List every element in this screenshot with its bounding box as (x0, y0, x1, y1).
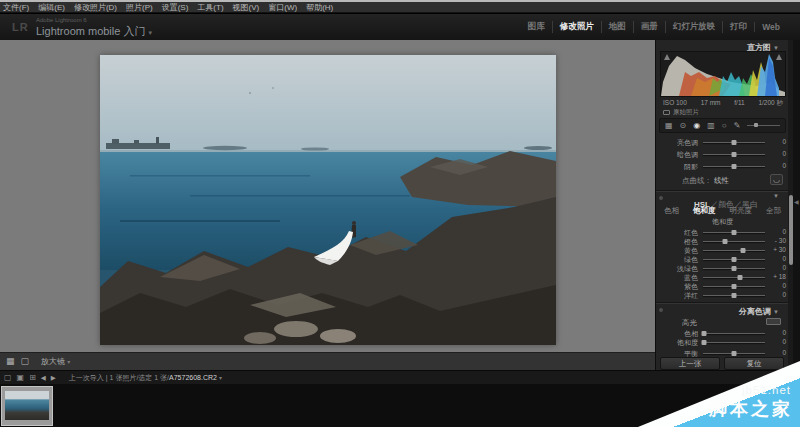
slider-knob[interactable] (702, 340, 707, 345)
slider-track[interactable] (703, 166, 765, 167)
slider-knob[interactable] (732, 164, 737, 169)
shadow-clipping-icon[interactable] (664, 54, 670, 60)
split-toning-title: 分离色调 (739, 307, 771, 316)
slider-track[interactable] (703, 259, 765, 260)
panel-switch-icon[interactable] (659, 308, 663, 312)
slider-track[interactable] (703, 232, 765, 233)
next-photo-arrow[interactable]: ▶ (51, 374, 56, 382)
slider-knob[interactable] (737, 275, 742, 280)
slider-track[interactable] (703, 286, 765, 287)
filmstrip-thumbnail-selected[interactable] (1, 386, 53, 426)
slider-knob[interactable] (741, 248, 746, 253)
right-panel-collapse-strip[interactable]: ◀ (793, 40, 800, 370)
slider-label: 饱和度 (656, 338, 698, 348)
panel-switch-icon[interactable] (659, 196, 663, 200)
menu-view[interactable]: 视图(V) (233, 2, 260, 13)
split-toning-header[interactable]: 分离色调 ▼ (739, 306, 779, 317)
hsl-panel-header[interactable]: HSL／颜色／黑白 ▼ (656, 193, 789, 203)
hsl-tabs: 色相 饱和度 明亮度 全部 (664, 206, 781, 216)
module-library[interactable]: 图库 (521, 21, 552, 33)
slider-track[interactable] (703, 154, 765, 155)
lr-logo: LR (12, 21, 29, 33)
slider-value: 0 (767, 282, 786, 289)
radial-filter-icon[interactable]: ○ (722, 122, 727, 130)
tool-mini-slider[interactable] (747, 125, 780, 126)
menu-tools[interactable]: 工具(T) (197, 2, 223, 13)
slider-track[interactable] (703, 250, 765, 251)
highlight-clipping-icon[interactable] (776, 54, 782, 60)
menu-help[interactable]: 帮助(H) (306, 2, 333, 13)
slider-track[interactable] (703, 342, 765, 343)
photo-canvas[interactable] (100, 55, 556, 345)
slider-knob[interactable] (732, 266, 737, 271)
slider-track[interactable] (703, 353, 765, 354)
spot-removal-icon[interactable]: ⊙ (680, 122, 687, 130)
main-window-icon[interactable]: ▢ (4, 374, 12, 382)
red-eye-icon[interactable]: ◉ (693, 122, 700, 130)
smart-preview-icon (663, 110, 670, 115)
module-web[interactable]: Web (754, 22, 787, 32)
breadcrumb-filename: A7572608.CR2 (169, 374, 217, 381)
menu-photo[interactable]: 照片(P) (126, 2, 153, 13)
chevron-down-icon: ▾ (219, 375, 222, 381)
menu-edit[interactable]: 编辑(E) (38, 2, 65, 13)
histogram-display[interactable] (660, 51, 786, 97)
slider-knob[interactable] (732, 284, 737, 289)
grid-view-icon[interactable]: ⊞ (29, 374, 36, 382)
slider-value: 0 (767, 264, 786, 271)
previous-button[interactable]: 上一张 (660, 357, 720, 370)
module-develop[interactable]: 修改照片 (552, 21, 601, 33)
breadcrumb-source: 上一次导入 (69, 374, 104, 381)
slider-knob[interactable] (702, 331, 707, 336)
tone-curve-slider-shadows: 阴影 0 (656, 161, 789, 171)
view-mode-label[interactable]: 放大镜 ▾ (41, 356, 70, 367)
before-after-icon[interactable]: ▢ (21, 357, 30, 366)
module-print[interactable]: 打印 (722, 21, 754, 33)
tab-saturation[interactable]: 饱和度 (693, 206, 716, 216)
module-slideshow[interactable]: 幻灯片放映 (665, 21, 723, 33)
slider-value: + 18 (767, 273, 786, 280)
module-book[interactable]: 画册 (633, 21, 665, 33)
slider-label: 暗色调 (656, 150, 698, 160)
menu-develop[interactable]: 修改照片(D) (74, 2, 117, 13)
second-window-icon[interactable]: ▣ (17, 374, 25, 382)
menu-file[interactable]: 文件(F) (3, 2, 29, 13)
slider-track[interactable] (703, 142, 765, 143)
slider-knob[interactable] (732, 257, 737, 262)
slider-knob[interactable] (732, 351, 737, 356)
graduated-filter-icon[interactable]: ▥ (707, 122, 715, 130)
slider-value: + 30 (767, 246, 786, 253)
crop-overlay-icon[interactable]: ▦ (665, 122, 673, 130)
loupe-view-icon[interactable]: ▦ (6, 357, 15, 366)
slider-track[interactable] (703, 241, 765, 242)
menu-settings[interactable]: 设置(S) (162, 2, 189, 13)
reset-button[interactable]: 复位 (724, 357, 784, 370)
module-map[interactable]: 地图 (601, 21, 633, 33)
tab-all[interactable]: 全部 (766, 206, 781, 216)
tab-luminance[interactable]: 明亮度 (730, 206, 753, 216)
collapse-arrow-icon: ◀ (794, 198, 799, 205)
edit-point-curve-button[interactable]: ◡ (770, 174, 783, 185)
slider-track[interactable] (703, 268, 765, 269)
slider-value: 0 (767, 138, 786, 145)
scrollbar-thumb[interactable] (789, 195, 793, 265)
tab-hue[interactable]: 色相 (664, 206, 679, 216)
adjustment-brush-icon[interactable]: ✎ (734, 122, 741, 130)
slider-knob[interactable] (732, 152, 737, 157)
slider-knob[interactable] (732, 230, 737, 235)
histogram-graph (661, 52, 785, 96)
slider-knob[interactable] (722, 239, 727, 244)
filmstrip-breadcrumb[interactable]: 上一次导入 | 1 张照片/选定 1 张/A7572608.CR2 ▾ (69, 373, 222, 383)
slider-track[interactable] (703, 277, 765, 278)
previous-photo-arrow[interactable]: ◀ (41, 374, 46, 382)
identity-plate[interactable]: Lightroom mobile 入门 ▾ (36, 24, 152, 39)
point-curve-label: 点曲线： 线性 (682, 176, 729, 186)
point-curve-value[interactable]: 线性 (714, 176, 729, 185)
menu-window[interactable]: 窗口(W) (268, 2, 297, 13)
slider-knob[interactable] (732, 293, 737, 298)
highlight-color-swatch[interactable] (766, 318, 781, 325)
slider-knob[interactable] (732, 140, 737, 145)
slider-track[interactable] (703, 333, 765, 334)
exif-focal: 17 mm (701, 99, 721, 107)
slider-track[interactable] (703, 295, 765, 296)
